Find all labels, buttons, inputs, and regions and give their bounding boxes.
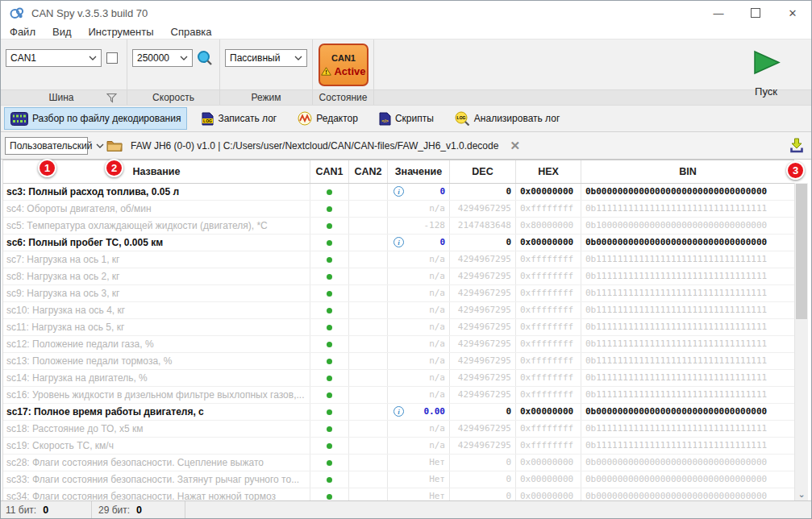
bus-select[interactable]: CAN1 — [6, 49, 102, 67]
can2-status-cell — [349, 285, 388, 301]
can1-status-dot — [327, 359, 332, 364]
signal-dec: 0 — [450, 404, 516, 420]
table-row[interactable]: sc16: Уровень жидкости в дизельном фильт… — [3, 387, 794, 404]
tab-analyze-log[interactable]: LOG Анализировать лог — [448, 107, 566, 130]
signal-value-cell: Нет — [388, 471, 450, 488]
signal-bin: 0b10000000000000000000000000000000 — [581, 218, 794, 234]
table-row[interactable]: sc19: Скорость ТС, км/ч n/a 4294967295 0… — [3, 438, 794, 455]
signal-hex: 0x00000000 — [516, 488, 581, 500]
maximize-icon — [751, 8, 760, 18]
close-button[interactable]: ✕ — [774, 1, 811, 25]
table-row[interactable]: sc8: Нагрузка на ось 2, кг n/a 429496729… — [3, 268, 794, 285]
table-row[interactable]: sc7: Нагрузка на ось 1, кг n/a 429496729… — [3, 251, 794, 268]
signal-value: Нет — [429, 491, 445, 500]
menu-view[interactable]: Вид — [52, 26, 72, 38]
table-row[interactable]: sc28: Флаги состояния безопасности. Сцеп… — [3, 455, 794, 471]
signal-hex: 0xffffffff — [516, 201, 581, 217]
table-row[interactable]: sc33: Флаги состояния безопасности. Затя… — [3, 471, 794, 488]
vertical-scrollbar[interactable]: ⌄ — [794, 183, 808, 500]
start-button[interactable] — [752, 50, 781, 78]
signal-hex: 0xffffffff — [516, 370, 581, 386]
tab-scripts[interactable]: </> Скрипты — [373, 107, 440, 130]
connection-state-button[interactable]: CAN1 ! Active — [319, 44, 369, 86]
signal-value: 0 — [439, 237, 445, 247]
signal-value: n/a — [429, 254, 445, 264]
table-row[interactable]: sc3: Полный расход топлива, 0.05 л i0 0 … — [3, 184, 794, 201]
column-header-dec[interactable]: DEC — [450, 160, 516, 183]
download-icon[interactable] — [789, 138, 804, 153]
decode-file-bar: Пользовательский FAW JH6 (0-0) v1.0 | C:… — [1, 132, 811, 160]
column-header-bin[interactable]: BIN — [581, 160, 794, 183]
open-folder-icon[interactable] — [106, 139, 123, 152]
can1-status-cell — [310, 370, 349, 386]
menu-file[interactable]: Файл — [10, 26, 35, 38]
table-row[interactable]: sc34: Флаги состояния безопасности. Нажа… — [3, 488, 794, 500]
signal-value-cell: n/a — [388, 251, 450, 268]
tab-editor[interactable]: Редактор — [291, 107, 364, 130]
info-icon[interactable]: i — [394, 406, 404, 417]
can1-status-dot — [327, 206, 332, 212]
can1-status-dot — [327, 257, 332, 263]
can2-status-cell — [349, 251, 388, 268]
menu-help[interactable]: Справка — [171, 26, 212, 38]
signal-value: n/a — [429, 423, 445, 434]
tab-record-log[interactable]: LOG Записать лог — [195, 107, 283, 130]
table-row[interactable]: sc13: Положение педали тормоза, % n/a 42… — [3, 353, 794, 370]
signal-name: sc13: Положение педали тормоза, % — [3, 353, 310, 369]
scripts-icon: </> — [379, 112, 391, 126]
table-row[interactable]: sc11: Нагрузка на ось 5, кг n/a 42949672… — [3, 319, 794, 336]
clear-file-icon[interactable]: ✕ — [510, 139, 520, 153]
signal-value: 0.00 — [424, 406, 446, 417]
minimize-button[interactable]: — — [700, 1, 737, 25]
scroll-down-arrow[interactable]: ⌄ — [795, 488, 808, 500]
table-row[interactable]: sc17: Полное время работы двигателя, с i… — [3, 404, 794, 421]
signal-value-cell: n/a — [388, 336, 450, 352]
chevron-down-icon — [290, 56, 306, 60]
table-row[interactable]: sc10: Нагрузка на ось 4, кг n/a 42949672… — [3, 302, 794, 319]
signal-bin: 0b11111111111111111111111111111111 — [581, 438, 794, 454]
column-header-hex[interactable]: HEX — [516, 160, 581, 183]
can1-status-dot — [327, 291, 332, 297]
scrollbar-thumb[interactable] — [796, 184, 807, 319]
table-row[interactable]: sc9: Нагрузка на ось 3, кг n/a 429496729… — [3, 285, 794, 302]
can2-status-cell — [349, 370, 388, 386]
signal-value-cell: n/a — [388, 201, 450, 217]
signal-bin: 0b00000000000000000000000000000000 — [581, 471, 794, 488]
signal-value: n/a — [429, 305, 445, 315]
table-row[interactable]: sc12: Положение педали газа, % n/a 42949… — [3, 336, 794, 353]
can1-status-dot — [327, 308, 332, 313]
maximize-button[interactable] — [737, 1, 774, 25]
window-title: CAN Spy v.3.5.3 build 70 — [31, 7, 148, 19]
signal-hex: 0xffffffff — [516, 268, 581, 284]
filter-icon[interactable] — [106, 93, 117, 103]
table-row[interactable]: sc4: Обороты двигателя, об/мин n/a 42949… — [3, 201, 794, 218]
log-file-icon: LOG — [202, 112, 214, 126]
info-icon[interactable]: i — [394, 186, 404, 197]
can1-status-cell — [310, 404, 349, 420]
status-11bit: 11 бит: 0 — [1, 501, 92, 518]
table-row[interactable]: sc18: Расстояние до ТО, х5 км n/a 429496… — [3, 421, 794, 438]
signal-hex: 0xffffffff — [516, 251, 581, 268]
editor-wave-icon — [298, 111, 312, 126]
can2-status-cell — [349, 404, 388, 420]
signal-value-cell: n/a — [388, 319, 450, 335]
decode-file-path: FAW JH6 (0-0) v1.0 | C:/Users/user/Nextc… — [131, 140, 498, 152]
speed-select[interactable]: 250000 — [132, 49, 193, 67]
column-header-can2[interactable]: CAN2 — [349, 160, 388, 183]
tab-decode-file[interactable]: Разбор по файлу декодирования — [4, 107, 187, 130]
table-row[interactable]: sc14: Нагрузка на двигатель, % n/a 42949… — [3, 370, 794, 387]
signal-name: sc28: Флаги состояния безопасности. Сцеп… — [3, 455, 310, 471]
table-row[interactable]: sc5: Температура охлаждающей жидкости (д… — [3, 218, 794, 235]
mode-select[interactable]: Пассивный — [225, 49, 307, 67]
table-row[interactable]: sc6: Полный пробег ТС, 0.005 км i0 0 0x0… — [3, 235, 794, 251]
speed-search-icon[interactable] — [197, 50, 213, 66]
bus-checkbox[interactable] — [106, 52, 118, 64]
menu-tools[interactable]: Инструменты — [89, 26, 154, 38]
signals-table: Название CAN1 CAN2 Значение DEC HEX BIN … — [2, 160, 794, 500]
info-icon[interactable]: i — [394, 237, 404, 247]
signal-value: n/a — [429, 338, 445, 349]
column-header-can1[interactable]: CAN1 — [310, 160, 349, 183]
profile-select[interactable]: Пользовательский — [5, 137, 88, 155]
column-header-value[interactable]: Значение — [388, 160, 450, 183]
status-29bit-value: 0 — [136, 504, 142, 516]
